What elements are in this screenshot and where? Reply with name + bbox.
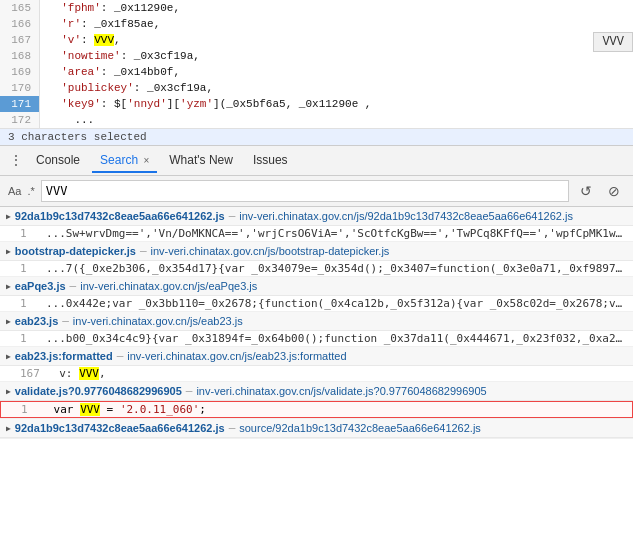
file-url-2: inv-veri.chinatax.gov.cn/js/bootstrap-da… — [150, 245, 389, 257]
refresh-button[interactable]: ↺ — [575, 180, 597, 202]
tab-search-label: Search — [100, 153, 138, 167]
result-text: ...b00_0x34c4c9}{var _0x31894f=_0x64b00(… — [46, 332, 627, 345]
tab-issues[interactable]: Issues — [245, 149, 296, 173]
vvv-highlight: VVV — [79, 367, 99, 380]
search-bar: Aa .* ↺ ⊘ — [0, 176, 633, 207]
tab-console[interactable]: Console — [28, 149, 88, 173]
sep-2: — — [140, 245, 147, 257]
search-input-wrap — [41, 180, 569, 202]
line-number: 165 — [0, 0, 40, 16]
result-group-5: ▶ eab23.js:formatted — inv-veri.chinatax… — [0, 347, 633, 382]
line-num: 167 — [20, 367, 40, 380]
result-group-2: ▶ bootstrap-datepicker.js — inv-veri.chi… — [0, 242, 633, 277]
line-number: 169 — [0, 64, 40, 80]
result-text: ...Sw+wrvDmg==','Vn/DoMKNCA==','wrjCrsO6… — [46, 227, 627, 240]
result-line[interactable]: 1 ...Sw+wrvDmg==','Vn/DoMKNCA==','wrjCrs… — [0, 226, 633, 241]
selection-bar: 3 characters selected — [0, 129, 633, 146]
sep-5: — — [117, 350, 124, 362]
tab-search[interactable]: Search × — [92, 149, 157, 173]
line-content: 'key9': $['nnyd']['yzm'](_0x5bf6a5, _0x1… — [40, 96, 633, 112]
results-area: ▶ 92da1b9c13d7432c8eae5aa66e641262.js — … — [0, 207, 633, 439]
result-header-5[interactable]: ▶ eab23.js:formatted — inv-veri.chinatax… — [0, 347, 633, 366]
line-num: 1 — [20, 297, 40, 310]
line-content: ... — [40, 112, 633, 128]
code-line-165: 165 'fphm': _0x11290e, — [0, 0, 633, 16]
file-name-6: validate.js?0.9776048682996905 — [15, 385, 182, 397]
result-line[interactable]: 1 ...b00_0x34c4c9}{var _0x31894f=_0x64b0… — [0, 331, 633, 346]
triangle-icon: ▶ — [6, 212, 11, 221]
result-line[interactable]: 167 v: VVV, — [0, 366, 633, 381]
line-num: 1 — [20, 227, 40, 240]
file-url-1: inv-veri.chinatax.gov.cn/js/92da1b9c13d7… — [239, 210, 573, 222]
result-group-4: ▶ eab23.js — inv-veri.chinatax.gov.cn/js… — [0, 312, 633, 347]
file-name-7: 92da1b9c13d7432c8eae5aa66e641262.js — [15, 422, 225, 434]
result-text: var VVV = '2.0.11_060'; — [47, 403, 626, 416]
result-group-6: ▶ validate.js?0.9776048682996905 — inv-v… — [0, 382, 633, 419]
result-header-6[interactable]: ▶ validate.js?0.9776048682996905 — inv-v… — [0, 382, 633, 401]
line-num: 1 — [20, 332, 40, 345]
tooltip-text: VVV — [602, 35, 624, 49]
triangle-icon: ▶ — [6, 317, 11, 326]
file-name-1: 92da1b9c13d7432c8eae5aa66e641262.js — [15, 210, 225, 222]
tab-search-close[interactable]: × — [143, 155, 149, 166]
line-number: 167 — [0, 32, 40, 48]
result-header-3[interactable]: ▶ eaPqe3.js — inv-veri.chinatax.gov.cn/j… — [0, 277, 633, 296]
triangle-icon: ▶ — [6, 247, 11, 256]
aa-toggle[interactable]: Aa — [8, 185, 21, 197]
line-content: 'fphm': _0x11290e, — [40, 0, 633, 16]
sep-6: — — [186, 385, 193, 397]
triangle-icon: ▶ — [6, 424, 11, 433]
vvv-tooltip: VVV — [593, 32, 633, 52]
result-text: v: VVV, — [46, 367, 627, 380]
line-content: 'nowtime': _0x3cf19a, — [40, 48, 633, 64]
tab-whats-new[interactable]: What's New — [161, 149, 241, 173]
file-url-5: inv-veri.chinatax.gov.cn/js/eab23.js:for… — [127, 350, 346, 362]
triangle-icon: ▶ — [6, 387, 11, 396]
line-num: 1 — [20, 262, 40, 275]
line-number: 170 — [0, 80, 40, 96]
line-number: 166 — [0, 16, 40, 32]
result-line[interactable]: 1 ...7({_0xe2b306,_0x354d17}{var _0x3407… — [0, 261, 633, 276]
sep-3: — — [70, 280, 77, 292]
result-text: ...7({_0xe2b306,_0x354d17}{var _0x34079e… — [46, 262, 627, 275]
result-group-3: ▶ eaPqe3.js — inv-veri.chinatax.gov.cn/j… — [0, 277, 633, 312]
code-line-169: 169 'area': _0x14bb0f, — [0, 64, 633, 80]
code-line-170: 170 'publickey': _0x3cf19a, — [0, 80, 633, 96]
line-content: 'v': VVV, — [40, 32, 633, 48]
file-url-3: inv-veri.chinatax.gov.cn/js/eaPqe3.js — [80, 280, 257, 292]
code-line-171: 171 'key9': $['nnyd']['yzm'](_0x5bf6a5, … — [0, 96, 633, 112]
file-url-4: inv-veri.chinatax.gov.cn/js/eab23.js — [73, 315, 243, 327]
code-line-168: 168 'nowtime': _0x3cf19a, — [0, 48, 633, 64]
devtools-toolbar: ⋮ Console Search × What's New Issues — [0, 146, 633, 176]
file-url-7: source/92da1b9c13d7432c8eae5aa66e641262.… — [239, 422, 481, 434]
line-content: 'area': _0x14bb0f, — [40, 64, 633, 80]
sep-4: — — [62, 315, 69, 327]
result-line[interactable]: 1 ...0x442e;var _0x3bb110=_0x2678;{funct… — [0, 296, 633, 311]
result-header-1[interactable]: ▶ 92da1b9c13d7432c8eae5aa66e641262.js — … — [0, 207, 633, 226]
selection-count: 3 characters selected — [8, 131, 147, 143]
line-content: 'publickey': _0x3cf19a, — [40, 80, 633, 96]
search-input[interactable] — [46, 184, 564, 198]
line-num: 1 — [21, 403, 41, 416]
result-group-1: ▶ 92da1b9c13d7432c8eae5aa66e641262.js — … — [0, 207, 633, 242]
code-panel: 165 'fphm': _0x11290e, 166 'r': _0x1f85a… — [0, 0, 633, 129]
sep-7: — — [229, 422, 236, 434]
vvv-highlight-2: VVV — [80, 403, 100, 416]
line-number-active: 171 — [0, 96, 40, 112]
result-header-7[interactable]: ▶ 92da1b9c13d7432c8eae5aa66e641262.js — … — [0, 419, 633, 438]
file-name-4: eab23.js — [15, 315, 58, 327]
result-header-4[interactable]: ▶ eab23.js — inv-veri.chinatax.gov.cn/js… — [0, 312, 633, 331]
menu-icon[interactable]: ⋮ — [8, 153, 24, 169]
line-content: 'r': _0x1f85ae, — [40, 16, 633, 32]
regex-toggle[interactable]: .* — [27, 185, 34, 197]
result-line-outlined[interactable]: 1 var VVV = '2.0.11_060'; — [0, 401, 633, 418]
code-line-172: 172 ... — [0, 112, 633, 128]
line-number: 168 — [0, 48, 40, 64]
sep-1: — — [229, 210, 236, 222]
block-button[interactable]: ⊘ — [603, 180, 625, 202]
result-header-2[interactable]: ▶ bootstrap-datepicker.js — inv-veri.chi… — [0, 242, 633, 261]
file-name-2: bootstrap-datepicker.js — [15, 245, 136, 257]
result-group-7: ▶ 92da1b9c13d7432c8eae5aa66e641262.js — … — [0, 419, 633, 439]
code-line-166: 166 'r': _0x1f85ae, — [0, 16, 633, 32]
line-number: 172 — [0, 112, 40, 128]
